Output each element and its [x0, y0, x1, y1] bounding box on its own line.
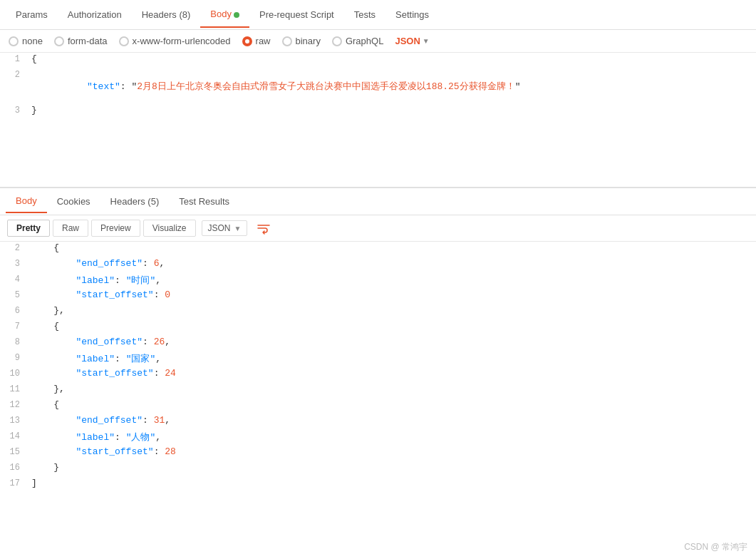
response-tab-test-results[interactable]: Test Results — [169, 190, 239, 212]
resp-line-5: 5 "start_offset": 0 — [0, 289, 756, 304]
tab-tests[interactable]: Tests — [344, 2, 385, 27]
response-tab-cookies[interactable]: Cookies — [47, 190, 100, 212]
resp-line-6: 6 }, — [0, 304, 756, 320]
editor-line-1: 1 { — [0, 53, 756, 68]
body-active-dot — [234, 12, 239, 18]
resp-line-7: 7 { — [0, 320, 756, 336]
radio-urlencoded[interactable]: x-www-form-urlencoded — [119, 36, 231, 46]
radio-raw[interactable]: raw — [242, 36, 271, 46]
request-body-editor[interactable]: 1 { 2 "text": "2月8日上午北京冬奥会自由式滑雪女子大跳台决赛中中… — [0, 53, 756, 188]
resp-line-9: 9 "label": "国家", — [0, 352, 756, 367]
json-select-arrow: ▼ — [234, 225, 242, 232]
resp-line-8: 8 "end_offset": 26, — [0, 336, 756, 352]
resp-line-16: 16 } — [0, 461, 756, 477]
format-pretty[interactable]: Pretty — [7, 220, 50, 237]
resp-line-15: 15 "start_offset": 28 — [0, 446, 756, 461]
response-tab-body[interactable]: Body — [6, 190, 47, 213]
resp-line-2: 2 { — [0, 242, 756, 257]
radio-circle-graphql — [332, 36, 342, 46]
resp-line-10: 10 "start_offset": 24 — [0, 367, 756, 383]
radio-form-data[interactable]: form-data — [54, 36, 108, 46]
resp-line-17: 17 ] — [0, 477, 756, 493]
resp-line-11: 11 }, — [0, 383, 756, 399]
radio-graphql[interactable]: GraphQL — [332, 36, 383, 46]
response-tab-bar: Body Cookies Headers (5) Test Results — [0, 188, 756, 215]
resp-line-3: 3 "end_offset": 6, — [0, 257, 756, 273]
response-tab-headers[interactable]: Headers (5) — [100, 190, 170, 212]
tab-body[interactable]: Body — [200, 1, 249, 28]
tab-headers[interactable]: Headers (8) — [132, 2, 201, 27]
radio-circle-form-data — [54, 36, 64, 46]
body-type-row: none form-data x-www-form-urlencoded raw… — [0, 30, 756, 53]
radio-binary[interactable]: binary — [282, 36, 321, 46]
response-json-select[interactable]: JSON ▼ — [202, 220, 248, 236]
tab-params[interactable]: Params — [6, 2, 58, 27]
wrap-icon[interactable] — [256, 220, 271, 236]
tab-settings[interactable]: Settings — [385, 2, 439, 27]
top-tab-bar: Params Authorization Headers (8) Body Pr… — [0, 0, 756, 30]
tab-pre-request[interactable]: Pre-request Script — [249, 2, 344, 27]
format-row: Pretty Raw Preview Visualize JSON ▼ — [0, 215, 756, 242]
radio-circle-urlencoded — [119, 36, 129, 46]
radio-circle-none — [9, 36, 19, 46]
format-preview[interactable]: Preview — [91, 220, 140, 237]
watermark: CSDN @ 常鸿宇 — [684, 541, 747, 553]
json-type-button[interactable]: JSON ▼ — [395, 36, 429, 46]
editor-line-3: 3 } — [0, 104, 756, 120]
response-body-content: 2 { 3 "end_offset": 6, 4 "label": "时间", … — [0, 242, 756, 553]
editor-line-2: 2 "text": "2月8日上午北京冬奥会自由式滑雪女子大跳台决赛中中国选手谷… — [0, 68, 756, 104]
resp-line-4: 4 "label": "时间", — [0, 273, 756, 289]
format-raw[interactable]: Raw — [53, 220, 88, 237]
radio-circle-binary — [282, 36, 292, 46]
resp-line-12: 12 { — [0, 399, 756, 414]
format-visualize[interactable]: Visualize — [143, 220, 196, 237]
resp-line-14: 14 "label": "人物", — [0, 430, 756, 446]
radio-none[interactable]: none — [9, 36, 43, 46]
radio-circle-raw — [242, 36, 252, 46]
resp-line-13: 13 "end_offset": 31, — [0, 414, 756, 430]
tab-authorization[interactable]: Authorization — [58, 2, 132, 27]
json-dropdown-arrow: ▼ — [423, 37, 430, 45]
